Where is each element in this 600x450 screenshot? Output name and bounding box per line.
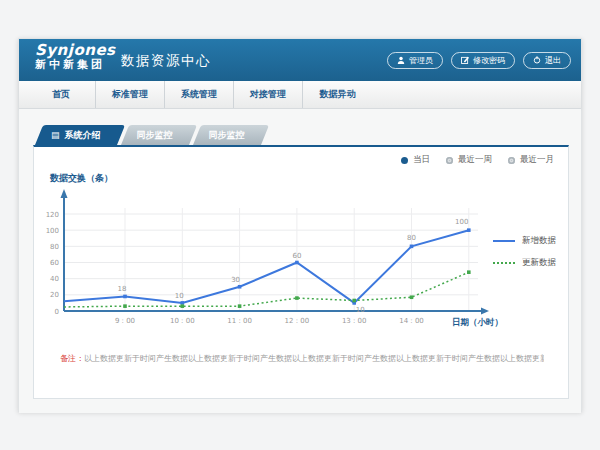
radio-last-week[interactable]: 最近一周 — [446, 154, 492, 166]
change-password-button[interactable]: 修改密码 — [451, 52, 515, 69]
svg-text:9 : 00: 9 : 00 — [115, 317, 135, 325]
footnote-text: 以上数据更新于时间产生数据以上数据更新于时间产生数据以上数据更新于时间产生数据以… — [84, 354, 544, 363]
svg-text:13 : 00: 13 : 00 — [342, 317, 367, 325]
form-icon: ▤ — [51, 131, 60, 140]
nav-item-system-mgmt[interactable]: 系统管理 — [165, 81, 234, 108]
svg-text:10: 10 — [356, 306, 365, 314]
svg-text:100: 100 — [455, 218, 468, 226]
radio-last-month[interactable]: 最近一月 — [508, 154, 554, 166]
edit-icon — [461, 56, 469, 64]
page-title: 数据资源中心 — [121, 39, 211, 81]
radio-icon — [401, 157, 408, 164]
header-actions: 管理员 修改密码 退出 — [387, 39, 571, 81]
svg-text:100: 100 — [46, 227, 59, 235]
nav-item-interface-mgmt[interactable]: 对接管理 — [234, 81, 303, 108]
content-area: ▤ 系统介绍 同步监控 同步监控 当日 最近一周 — [19, 109, 581, 413]
svg-text:30: 30 — [231, 276, 240, 284]
svg-text:80: 80 — [50, 243, 59, 251]
solid-line-sample — [493, 240, 515, 242]
nav-item-standard-mgmt[interactable]: 标准管理 — [96, 81, 165, 108]
svg-text:120: 120 — [46, 211, 59, 219]
line-chart: 0204060801001209 : 0010 : 0011 : 0012 : … — [42, 183, 512, 338]
svg-text:60: 60 — [50, 259, 59, 267]
logo-text-cn: 新中新集团 — [35, 59, 116, 71]
legend-item-new-data[interactable]: 新增数据 — [493, 235, 556, 247]
svg-text:80: 80 — [407, 234, 416, 242]
svg-text:10: 10 — [175, 292, 184, 300]
svg-text:日期（小时）: 日期（小时） — [452, 317, 503, 327]
svg-text:0: 0 — [55, 308, 59, 316]
svg-text:11 : 00: 11 : 00 — [227, 317, 252, 325]
power-icon — [533, 56, 541, 64]
tab-sync-monitor-1[interactable]: 同步监控 — [121, 125, 189, 145]
svg-text:14 : 00: 14 : 00 — [399, 317, 424, 325]
radio-icon — [508, 157, 515, 164]
admin-user-button[interactable]: 管理员 — [387, 52, 443, 69]
svg-text:20: 20 — [50, 291, 59, 299]
svg-text:10 : 00: 10 : 00 — [170, 317, 195, 325]
company-logo: Synjones 新中新集团 — [35, 43, 116, 70]
radio-today[interactable]: 当日 — [401, 154, 430, 166]
chart-panel: 当日 最近一周 最近一月 数据交换（条） 0204060801001209 : … — [33, 145, 569, 399]
nav-item-home[interactable]: 首页 — [27, 81, 96, 108]
footnote: 备注：以上数据更新于时间产生数据以上数据更新于时间产生数据以上数据更新于时间产生… — [60, 354, 544, 364]
svg-text:18: 18 — [118, 285, 127, 293]
time-range-filter: 当日 最近一周 最近一月 — [401, 154, 554, 166]
tab-sync-monitor-2[interactable]: 同步监控 — [193, 125, 261, 145]
svg-text:12 : 00: 12 : 00 — [285, 317, 310, 325]
svg-text:40: 40 — [50, 275, 59, 283]
footnote-label: 备注： — [60, 354, 84, 363]
main-nav: 首页 标准管理 系统管理 对接管理 数据异动 — [19, 81, 581, 109]
legend-item-updated-data[interactable]: 更新数据 — [493, 257, 556, 269]
tab-system-intro[interactable]: ▤ 系统介绍 — [35, 125, 117, 145]
nav-item-data-change[interactable]: 数据异动 — [303, 81, 372, 108]
app-window: Synjones 新中新集团 数据资源中心 管理员 修改密码 退出 — [18, 38, 582, 412]
dotted-line-sample — [493, 262, 515, 264]
logout-button[interactable]: 退出 — [523, 52, 571, 69]
svg-text:60: 60 — [292, 252, 301, 260]
app-header: Synjones 新中新集团 数据资源中心 管理员 修改密码 退出 — [19, 39, 581, 81]
chart-legend: 新增数据 更新数据 — [493, 235, 556, 269]
user-icon — [397, 56, 405, 64]
radio-icon — [446, 157, 453, 164]
logo-text-en: Synjones — [35, 43, 116, 59]
tab-bar: ▤ 系统介绍 同步监控 同步监控 — [35, 125, 261, 145]
